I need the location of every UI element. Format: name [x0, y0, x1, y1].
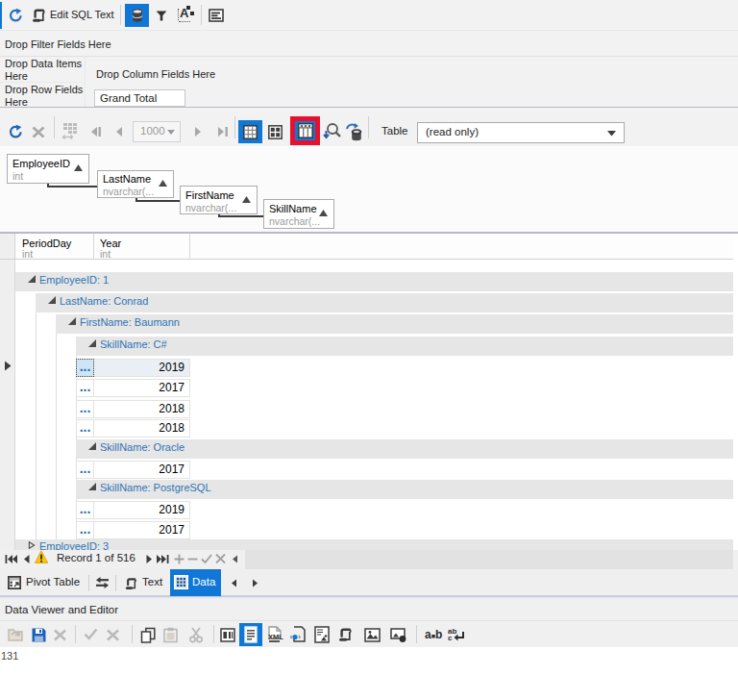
svg-text:XML: XML — [268, 633, 283, 641]
svg-text:c: c — [448, 634, 453, 642]
